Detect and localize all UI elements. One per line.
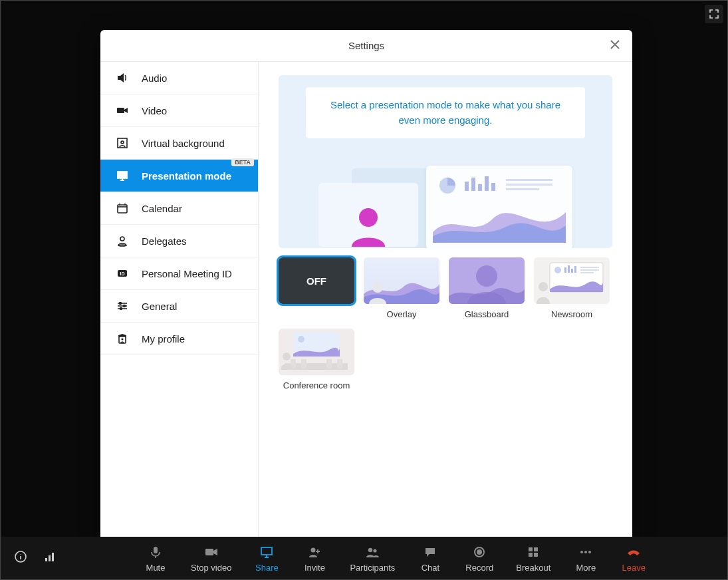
signal-button[interactable] bbox=[43, 550, 57, 566]
toolbar-label: More bbox=[576, 563, 596, 573]
mode-newsroom-thumb bbox=[534, 257, 610, 304]
svg-rect-46 bbox=[49, 555, 51, 561]
svg-rect-32 bbox=[580, 267, 599, 268]
nav-item-virtual-background[interactable]: Virtual background bbox=[100, 127, 258, 160]
chart-illustration bbox=[433, 172, 566, 243]
info-icon bbox=[14, 550, 27, 563]
person-icon bbox=[368, 280, 388, 304]
svg-point-60 bbox=[580, 551, 583, 553]
svg-point-25 bbox=[476, 265, 497, 287]
app-frame: Settings Audio Video bbox=[0, 0, 728, 580]
svg-point-2 bbox=[121, 141, 124, 144]
svg-text:ID: ID bbox=[120, 271, 125, 276]
chat-button[interactable]: Chat bbox=[418, 544, 443, 573]
svg-rect-19 bbox=[485, 176, 489, 191]
record-icon bbox=[473, 544, 486, 560]
svg-rect-17 bbox=[471, 178, 475, 191]
person-icon bbox=[345, 200, 392, 247]
hero-callout: Select a presentation mode to make what … bbox=[306, 87, 585, 138]
svg-rect-22 bbox=[506, 184, 552, 186]
nav-label: Virtual background bbox=[142, 138, 225, 149]
participants-button[interactable]: Participants bbox=[350, 544, 395, 573]
settings-modal: Settings Audio Video bbox=[100, 30, 632, 542]
svg-point-37 bbox=[298, 336, 304, 343]
fullscreen-icon bbox=[709, 9, 719, 19]
toolbar-label: Mute bbox=[146, 563, 166, 573]
breakout-button[interactable]: Breakout bbox=[516, 544, 550, 573]
svg-point-13 bbox=[121, 338, 123, 340]
nav-item-personal-meeting-id[interactable]: ID Personal Meeting ID bbox=[100, 257, 258, 290]
nav-item-calendar[interactable]: Calendar bbox=[100, 192, 258, 225]
chat-icon bbox=[424, 544, 437, 560]
more-icon bbox=[579, 544, 592, 560]
svg-rect-57 bbox=[534, 547, 538, 551]
nav-item-presentation-mode[interactable]: Presentation mode BETA bbox=[100, 160, 258, 192]
beta-badge: BETA bbox=[231, 158, 254, 166]
share-button[interactable]: Share bbox=[254, 544, 279, 573]
camera-icon bbox=[204, 544, 219, 560]
nav-label: My profile bbox=[142, 333, 185, 345]
svg-rect-58 bbox=[529, 553, 533, 557]
svg-point-62 bbox=[588, 551, 591, 553]
modal-title: Settings bbox=[348, 40, 384, 51]
svg-rect-48 bbox=[154, 547, 158, 553]
presentation-hero: Select a presentation mode to make what … bbox=[279, 75, 612, 248]
nav-label: Delegates bbox=[142, 235, 187, 247]
nav-item-delegates[interactable]: Delegates bbox=[100, 225, 258, 257]
svg-point-14 bbox=[359, 208, 378, 227]
meeting-toolbar: Mute Stop video Share Invite Participant… bbox=[1, 537, 727, 579]
close-icon bbox=[608, 38, 622, 51]
nav-item-video[interactable]: Video bbox=[100, 94, 258, 127]
svg-rect-45 bbox=[45, 558, 47, 561]
mode-glassboard[interactable]: Glassboard bbox=[449, 257, 525, 319]
mute-button[interactable]: Mute bbox=[143, 544, 168, 573]
mode-newsroom[interactable]: Newsroom bbox=[534, 257, 610, 319]
fullscreen-button[interactable] bbox=[705, 5, 723, 23]
mode-conference-room[interactable]: Conference room bbox=[279, 329, 354, 390]
svg-rect-16 bbox=[465, 182, 469, 191]
mode-overlay[interactable]: Overlay bbox=[364, 257, 439, 319]
stop-video-button[interactable]: Stop video bbox=[191, 544, 231, 573]
signal-icon bbox=[43, 550, 57, 563]
profile-icon bbox=[115, 332, 130, 345]
nav-label: Audio bbox=[142, 72, 167, 84]
nav-item-my-profile[interactable]: My profile bbox=[100, 323, 258, 355]
svg-rect-31 bbox=[574, 266, 576, 273]
sliders-icon bbox=[115, 299, 130, 313]
svg-rect-49 bbox=[205, 549, 213, 555]
nav-item-audio[interactable]: Audio bbox=[100, 62, 258, 94]
mode-label: Overlay bbox=[387, 309, 417, 319]
info-button[interactable] bbox=[14, 550, 27, 566]
svg-point-27 bbox=[554, 267, 561, 273]
svg-rect-23 bbox=[506, 188, 539, 190]
more-button[interactable]: More bbox=[573, 544, 598, 573]
nav-item-general[interactable]: General bbox=[100, 290, 258, 323]
svg-rect-20 bbox=[491, 183, 495, 191]
svg-rect-59 bbox=[534, 553, 538, 557]
mode-grid: OFF Overlay Glassboard bbox=[279, 257, 612, 390]
svg-point-55 bbox=[477, 550, 481, 554]
svg-rect-56 bbox=[529, 547, 533, 551]
toolbar-label: Share bbox=[255, 563, 279, 573]
leave-button[interactable]: Leave bbox=[621, 544, 646, 573]
mode-off[interactable]: OFF bbox=[279, 257, 354, 319]
svg-rect-30 bbox=[571, 269, 573, 273]
video-icon bbox=[115, 104, 130, 117]
svg-rect-40 bbox=[301, 359, 306, 368]
record-button[interactable]: Record bbox=[465, 544, 493, 573]
svg-rect-41 bbox=[326, 359, 332, 368]
nav-label: Video bbox=[142, 105, 167, 116]
settings-sidebar: Audio Video Virtual background bbox=[100, 62, 259, 542]
svg-point-5 bbox=[120, 237, 124, 241]
mode-off-thumb: OFF bbox=[279, 257, 354, 304]
modal-header: Settings bbox=[100, 30, 632, 62]
close-button[interactable] bbox=[608, 38, 622, 54]
svg-rect-3 bbox=[118, 172, 127, 178]
mode-label: Glassboard bbox=[465, 309, 509, 319]
mode-label: Newsroom bbox=[551, 309, 592, 319]
svg-point-9 bbox=[120, 303, 122, 305]
toolbar-label: Leave bbox=[622, 563, 646, 573]
svg-rect-50 bbox=[261, 547, 272, 555]
invite-button[interactable]: Invite bbox=[302, 544, 327, 573]
svg-point-61 bbox=[584, 551, 587, 553]
